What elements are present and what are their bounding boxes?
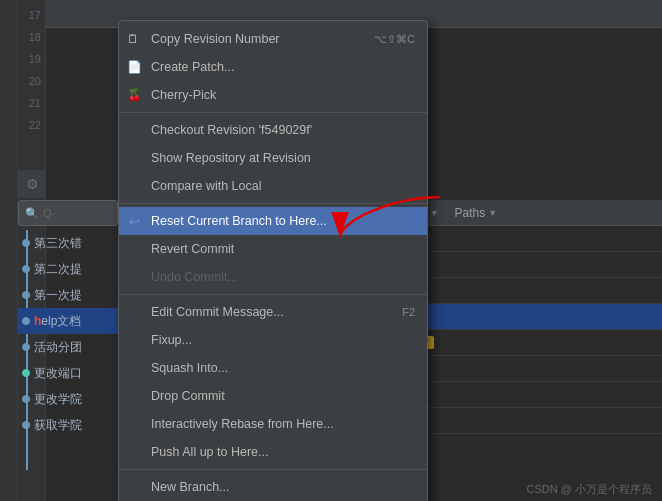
menu-item-fixup[interactable]: Fixup... bbox=[119, 326, 427, 354]
col-paths-label: Paths bbox=[455, 206, 486, 220]
menu-label-create-patch: Create Patch... bbox=[151, 60, 234, 74]
col-paths-chevron: ▼ bbox=[488, 208, 497, 218]
menu-item-copy-revision[interactable]: 🗒 Copy Revision Number ⌥⇧⌘C bbox=[119, 25, 427, 53]
line-num-22: 22 bbox=[18, 114, 45, 136]
menu-label-new-branch: New Branch... bbox=[151, 480, 230, 494]
menu-label-reset-branch: Reset Current Branch to Here... bbox=[151, 214, 327, 228]
menu-label-rebase: Interactively Rebase from Here... bbox=[151, 417, 334, 431]
menu-label-revert: Revert Commit bbox=[151, 242, 234, 256]
shortcut-edit: F2 bbox=[402, 306, 415, 318]
search-bar[interactable]: 🔍 Q- bbox=[18, 200, 118, 226]
watermark: CSDN @ 小万是个程序员 bbox=[527, 482, 652, 497]
patch-icon: 📄 bbox=[127, 60, 142, 74]
menu-label-squash: Squash Into... bbox=[151, 361, 228, 375]
menu-label-show-repo: Show Repository at Revision bbox=[151, 151, 311, 165]
menu-item-drop[interactable]: Drop Commit bbox=[119, 382, 427, 410]
context-menu: 🗒 Copy Revision Number ⌥⇧⌘C 📄 Create Pat… bbox=[118, 20, 428, 501]
commit-dot bbox=[22, 317, 30, 325]
menu-label-cherry-pick: Cherry-Pick bbox=[151, 88, 216, 102]
menu-separator bbox=[119, 203, 427, 204]
col-date-chevron: ▼ bbox=[430, 208, 439, 218]
menu-separator bbox=[119, 294, 427, 295]
menu-item-reset-branch[interactable]: ↩ Reset Current Branch to Here... bbox=[119, 207, 427, 235]
menu-item-squash[interactable]: Squash Into... bbox=[119, 354, 427, 382]
undo-icon: ↩ bbox=[129, 214, 140, 229]
menu-separator bbox=[119, 112, 427, 113]
menu-item-checkout[interactable]: Checkout Revision 'f549029f' bbox=[119, 116, 427, 144]
commit-dot bbox=[22, 395, 30, 403]
menu-item-push-up[interactable]: Push All up to Here... bbox=[119, 438, 427, 466]
col-header-paths[interactable]: Paths ▼ bbox=[447, 206, 506, 220]
menu-item-revert[interactable]: Revert Commit bbox=[119, 235, 427, 263]
menu-label-checkout: Checkout Revision 'f549029f' bbox=[151, 123, 312, 137]
commit-dot bbox=[22, 369, 30, 377]
menu-label-undo-commit: Undo Commit... bbox=[151, 270, 238, 284]
menu-label-fixup: Fixup... bbox=[151, 333, 192, 347]
gear-icon: ⚙ bbox=[26, 176, 39, 192]
menu-item-show-repo[interactable]: Show Repository at Revision bbox=[119, 144, 427, 172]
menu-item-new-branch[interactable]: New Branch... bbox=[119, 473, 427, 501]
commit-dot bbox=[22, 265, 30, 273]
line-num-19: 19 bbox=[18, 48, 45, 70]
menu-item-rebase[interactable]: Interactively Rebase from Here... bbox=[119, 410, 427, 438]
line-num-21: 21 bbox=[18, 92, 45, 114]
commit-dot bbox=[22, 239, 30, 247]
menu-label-push-up: Push All up to Here... bbox=[151, 445, 268, 459]
left-sidebar bbox=[0, 0, 18, 501]
menu-label-drop: Drop Commit bbox=[151, 389, 225, 403]
shortcut-copy-revision: ⌥⇧⌘C bbox=[374, 33, 415, 46]
menu-separator bbox=[119, 469, 427, 470]
copy-icon: 🗒 bbox=[127, 32, 139, 46]
commit-dot bbox=[22, 343, 30, 351]
menu-item-compare-local[interactable]: Compare with Local bbox=[119, 172, 427, 200]
menu-label-edit-message: Edit Commit Message... bbox=[151, 305, 284, 319]
settings-area[interactable]: ⚙ bbox=[18, 170, 46, 198]
menu-item-edit-message[interactable]: Edit Commit Message... F2 bbox=[119, 298, 427, 326]
search-placeholder: Q- bbox=[43, 207, 55, 219]
watermark-text: CSDN @ 小万是个程序员 bbox=[527, 483, 652, 495]
commit-dot bbox=[22, 421, 30, 429]
menu-item-cherry-pick[interactable]: 🍒 Cherry-Pick bbox=[119, 81, 427, 109]
menu-item-create-patch[interactable]: 📄 Create Patch... bbox=[119, 53, 427, 81]
line-num-17: 17 bbox=[18, 4, 45, 26]
menu-label-copy-revision: Copy Revision Number bbox=[151, 32, 280, 46]
menu-label-compare-local: Compare with Local bbox=[151, 179, 261, 193]
menu-item-undo-commit: Undo Commit... bbox=[119, 263, 427, 291]
commit-dot bbox=[22, 291, 30, 299]
line-num-18: 18 bbox=[18, 26, 45, 48]
search-icon: 🔍 bbox=[25, 207, 39, 220]
line-num-20: 20 bbox=[18, 70, 45, 92]
cherry-icon: 🍒 bbox=[127, 88, 142, 102]
